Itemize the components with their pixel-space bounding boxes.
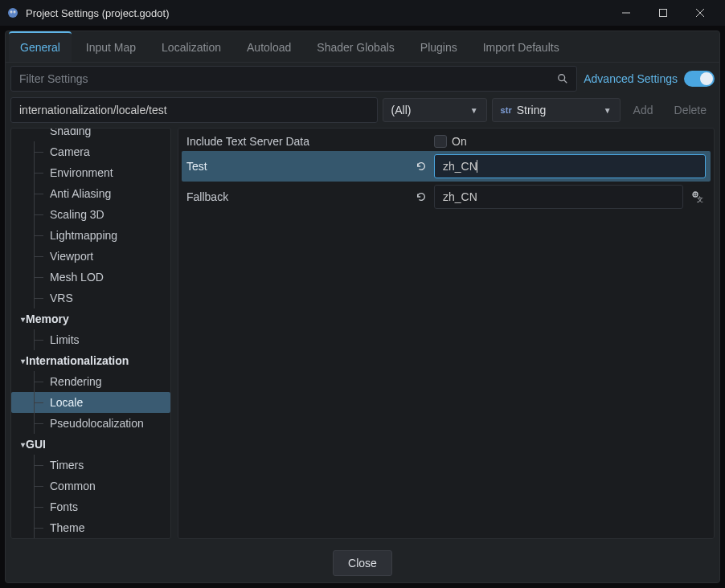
tree-item[interactable]: Scaling 3D — [11, 204, 170, 225]
tab-import-defaults[interactable]: Import Defaults — [472, 31, 571, 62]
tree-section-gui[interactable]: ▾GUI — [11, 434, 170, 455]
chevron-down-icon: ▼ — [470, 106, 478, 115]
tree-item[interactable]: Rendering — [11, 371, 170, 392]
test-locale-input[interactable]: zh_CN — [434, 154, 706, 178]
tree-item[interactable]: Lightmapping — [11, 225, 170, 246]
prop-label: Include Text Server Data — [186, 135, 309, 148]
delete-setting-button[interactable]: Delete — [666, 99, 715, 121]
checkbox-label: On — [452, 135, 467, 148]
filter-settings-input[interactable] — [10, 66, 577, 92]
advanced-settings-label: Advanced Settings — [584, 72, 678, 85]
tree-item[interactable]: Limits — [11, 329, 170, 350]
maximize-button[interactable] — [645, 0, 682, 26]
settings-tree[interactable]: Shading Camera Environment Anti Aliasing… — [10, 128, 171, 539]
tabs: General Input Map Localization Autoload … — [6, 31, 719, 63]
tree-item[interactable]: Fonts — [11, 496, 170, 517]
svg-point-3 — [10, 11, 11, 12]
revert-icon[interactable] — [415, 160, 428, 173]
titlebar: Project Settings (project.godot) — [0, 0, 725, 26]
tab-general[interactable]: General — [9, 31, 72, 62]
filter-type-value: (All) — [391, 104, 412, 116]
tree-item[interactable]: VRS — [11, 288, 170, 308]
search-icon — [557, 73, 568, 84]
prop-include-text-server: Include Text Server Data On — [182, 132, 711, 151]
tree-item[interactable]: Theme — [11, 517, 170, 538]
svg-point-0 — [8, 8, 18, 18]
svg-point-9 — [559, 75, 565, 81]
close-window-button[interactable] — [682, 0, 719, 26]
tab-input-map[interactable]: Input Map — [75, 31, 147, 62]
value-type-dropdown[interactable]: str String ▼ — [492, 98, 621, 122]
locale-picker-button[interactable]: 文 — [688, 186, 706, 207]
minimize-button[interactable] — [608, 0, 645, 26]
prop-label: Fallback — [186, 190, 228, 203]
type-value: String — [517, 104, 547, 116]
setting-path-input[interactable] — [10, 97, 378, 123]
tree-item[interactable]: Shading — [11, 128, 170, 141]
svg-rect-6 — [660, 10, 667, 17]
tree-section-internationalization[interactable]: ▾Internationalization — [11, 350, 170, 371]
tree-item[interactable]: Pseudolocalization — [11, 413, 170, 434]
fallback-locale-input[interactable] — [434, 185, 683, 209]
tree-item[interactable]: Viewport — [11, 246, 170, 267]
tree-item[interactable]: Camera — [11, 141, 170, 162]
properties-panel: Include Text Server Data On Test zh_CN — [178, 128, 715, 539]
type-tag-icon: str — [501, 105, 512, 115]
prop-test: Test zh_CN — [182, 151, 711, 182]
advanced-settings-toggle[interactable] — [684, 71, 715, 87]
window-title: Project Settings (project.godot) — [26, 7, 169, 19]
svg-point-4 — [14, 11, 14, 12]
chevron-down-icon: ▾ — [11, 315, 26, 324]
tab-localization[interactable]: Localization — [150, 31, 232, 62]
chevron-down-icon: ▼ — [604, 106, 612, 115]
filter-type-dropdown[interactable]: (All) ▼ — [383, 98, 487, 122]
prop-fallback: Fallback 文 — [182, 182, 711, 212]
revert-icon[interactable] — [415, 190, 428, 203]
tab-autoload[interactable]: Autoload — [236, 31, 302, 62]
include-text-server-checkbox[interactable] — [434, 135, 447, 148]
close-button[interactable]: Close — [333, 550, 392, 576]
filter-settings-field[interactable] — [19, 72, 552, 85]
tree-item[interactable]: Mesh LOD — [11, 267, 170, 288]
tab-plugins[interactable]: Plugins — [409, 31, 469, 62]
tree-item[interactable]: Timers — [11, 455, 170, 476]
prop-label: Test — [186, 160, 207, 173]
app-icon — [6, 6, 19, 19]
tab-shader-globals[interactable]: Shader Globals — [305, 31, 406, 62]
chevron-down-icon: ▾ — [11, 357, 26, 365]
chevron-down-icon: ▾ — [11, 440, 26, 449]
tree-item-locale[interactable]: Locale — [11, 392, 170, 413]
tree-item[interactable]: Anti Aliasing — [11, 183, 170, 204]
add-setting-button[interactable]: Add — [625, 99, 662, 121]
svg-text:文: 文 — [697, 196, 703, 203]
project-settings-window: General Input Map Localization Autoload … — [5, 31, 720, 583]
tree-section-memory[interactable]: ▾Memory — [11, 308, 170, 329]
svg-line-10 — [564, 80, 567, 84]
tree-item[interactable]: Environment — [11, 162, 170, 183]
tree-item[interactable]: Common — [11, 476, 170, 496]
